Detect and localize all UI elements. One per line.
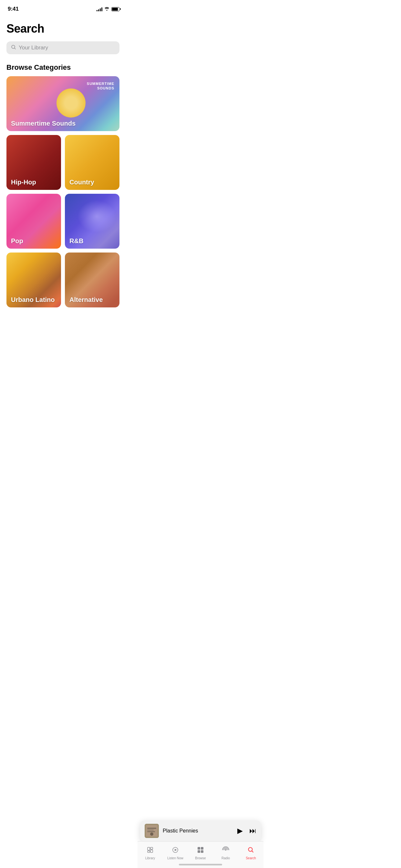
search-bar[interactable]: Your Library <box>6 41 120 54</box>
signal-icon <box>96 7 102 11</box>
summertime-brand-text: SUMMERTIMESOUNDS <box>87 82 114 91</box>
category-row-3: Urbano Latino Alternative <box>6 252 120 307</box>
status-time: 9:41 <box>8 6 19 12</box>
category-urbano-latino[interactable]: Urbano Latino <box>6 252 61 307</box>
category-alternative[interactable]: Alternative <box>65 252 120 307</box>
category-rnb[interactable]: R&B <box>65 194 120 249</box>
category-label-hiphop: Hip-Hop <box>11 179 36 186</box>
category-row-1: Hip-Hop Country <box>6 135 120 190</box>
category-summertime-sounds[interactable]: SUMMERTIMESOUNDS Summertime Sounds <box>6 76 120 131</box>
summertime-sun-decoration <box>57 89 86 118</box>
rnb-blob-decoration <box>78 200 116 232</box>
category-pop[interactable]: Pop <box>6 194 61 249</box>
categories-grid: SUMMERTIMESOUNDS Summertime Sounds Hip-H… <box>6 76 120 307</box>
status-icons <box>96 6 120 11</box>
search-bar-icon <box>11 44 16 51</box>
category-label-urbano: Urbano Latino <box>11 296 55 304</box>
wifi-icon <box>104 6 110 11</box>
battery-icon <box>112 7 120 11</box>
page-title: Search <box>6 22 120 35</box>
search-bar-placeholder: Your Library <box>19 44 48 51</box>
category-hip-hop[interactable]: Hip-Hop <box>6 135 61 190</box>
status-bar: 9:41 <box>0 0 126 16</box>
category-label-summertime: Summertime Sounds <box>11 120 75 127</box>
main-content: Search Your Library Browse Categories SU… <box>0 16 126 359</box>
category-label-country: Country <box>69 179 94 186</box>
category-label-rnb: R&B <box>69 237 83 245</box>
browse-categories-section: Browse Categories SUMMERTIMESOUNDS Summe… <box>6 63 120 307</box>
category-row-2: Pop R&B <box>6 194 120 249</box>
category-label-alternative: Alternative <box>69 296 103 304</box>
category-label-pop: Pop <box>11 237 23 245</box>
browse-categories-title: Browse Categories <box>6 63 120 72</box>
category-country[interactable]: Country <box>65 135 120 190</box>
